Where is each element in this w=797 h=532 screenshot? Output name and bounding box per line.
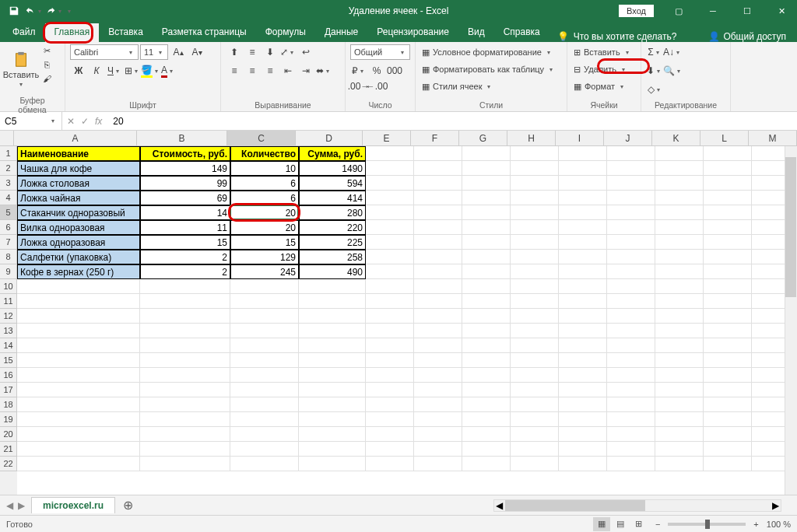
cell[interactable] — [511, 412, 559, 427]
cell[interactable] — [655, 353, 704, 368]
cell[interactable] — [462, 457, 511, 471]
row-header-20[interactable]: 20 — [0, 427, 17, 442]
cell[interactable] — [511, 161, 559, 176]
cell[interactable]: 10 — [230, 161, 299, 176]
close-icon[interactable]: ✕ — [766, 0, 797, 22]
cell[interactable] — [140, 368, 230, 383]
cell[interactable] — [607, 161, 655, 176]
fill-icon[interactable]: ⬇▾ — [646, 63, 663, 79]
cell[interactable] — [607, 457, 655, 471]
row-header-17[interactable]: 17 — [0, 383, 17, 397]
cell[interactable]: Стоимость, руб. — [140, 146, 230, 161]
cell[interactable] — [366, 161, 414, 176]
cell[interactable]: 258 — [299, 250, 366, 264]
cell[interactable] — [607, 235, 655, 250]
cell[interactable] — [559, 264, 607, 279]
cell[interactable] — [462, 397, 511, 412]
conditional-format-button[interactable]: ▦Условное форматирование▾ — [420, 44, 562, 60]
cell[interactable]: Салфетки (упаковка) — [17, 250, 140, 264]
percent-icon[interactable]: % — [368, 63, 385, 79]
row-header-9[interactable]: 9 — [0, 264, 17, 279]
zoom-level[interactable]: 100 % — [767, 520, 791, 529]
tell-me[interactable]: 💡 Что вы хотите сделать? — [549, 31, 701, 42]
cell[interactable] — [704, 161, 752, 176]
cell[interactable] — [17, 338, 140, 353]
align-bottom-icon[interactable]: ⬇ — [262, 44, 279, 60]
cell[interactable] — [462, 161, 511, 176]
maximize-icon[interactable]: ☐ — [732, 0, 763, 22]
cell[interactable] — [299, 457, 366, 471]
cell[interactable] — [559, 176, 607, 191]
cell[interactable] — [414, 427, 462, 442]
tab-insert[interactable]: Вставка — [99, 23, 153, 42]
tab-data[interactable]: Данные — [315, 23, 367, 42]
cell[interactable] — [511, 368, 559, 383]
cell[interactable] — [607, 338, 655, 353]
row-header-3[interactable]: 3 — [0, 176, 17, 191]
cut-icon[interactable]: ✂ — [40, 44, 53, 57]
cell[interactable] — [230, 427, 299, 442]
number-format-select[interactable]: Общий▾ — [350, 44, 410, 60]
cell[interactable] — [414, 383, 462, 397]
cell[interactable] — [559, 457, 607, 471]
cell[interactable] — [559, 250, 607, 264]
col-header-G[interactable]: G — [459, 131, 507, 145]
cell[interactable] — [462, 427, 511, 442]
cell[interactable]: Ложка столовая — [17, 176, 140, 191]
tab-formulas[interactable]: Формулы — [256, 23, 315, 42]
cell[interactable] — [366, 383, 414, 397]
cell[interactable] — [366, 205, 414, 220]
cell[interactable] — [414, 205, 462, 220]
cell[interactable]: 15 — [230, 235, 299, 250]
align-center-icon[interactable]: ≡ — [244, 63, 261, 79]
row-header-7[interactable]: 7 — [0, 235, 17, 250]
cell[interactable] — [607, 294, 655, 309]
cell[interactable] — [230, 442, 299, 457]
cell[interactable] — [299, 368, 366, 383]
cell[interactable] — [559, 309, 607, 324]
row-header-19[interactable]: 19 — [0, 412, 17, 427]
cell[interactable] — [366, 368, 414, 383]
cell[interactable] — [230, 368, 299, 383]
tab-layout[interactable]: Разметка страницы — [153, 23, 256, 42]
cell[interactable] — [655, 235, 704, 250]
cell[interactable] — [559, 161, 607, 176]
cell[interactable]: 220 — [299, 220, 366, 235]
border-button[interactable]: ⊞▾ — [124, 63, 141, 79]
cell[interactable] — [414, 146, 462, 161]
currency-icon[interactable]: ₽▾ — [350, 63, 367, 79]
enter-formula-icon[interactable]: ✓ — [81, 116, 89, 127]
col-header-K[interactable]: K — [652, 131, 700, 145]
col-header-I[interactable]: I — [556, 131, 604, 145]
cell[interactable] — [366, 427, 414, 442]
cell[interactable] — [704, 353, 752, 368]
cancel-formula-icon[interactable]: ✕ — [67, 116, 75, 127]
cell[interactable] — [655, 442, 704, 457]
cell[interactable] — [655, 220, 704, 235]
cell[interactable] — [704, 191, 752, 205]
cell[interactable] — [462, 294, 511, 309]
col-header-L[interactable]: L — [700, 131, 749, 145]
cell[interactable] — [230, 383, 299, 397]
col-header-B[interactable]: B — [137, 131, 227, 145]
cell[interactable] — [230, 324, 299, 338]
cell[interactable] — [462, 264, 511, 279]
cell[interactable] — [511, 220, 559, 235]
tab-view[interactable]: Вид — [458, 23, 494, 42]
cell[interactable] — [655, 324, 704, 338]
cell[interactable] — [704, 368, 752, 383]
cell[interactable] — [366, 279, 414, 294]
cell[interactable] — [462, 338, 511, 353]
cell[interactable] — [559, 220, 607, 235]
cell[interactable]: Сумма, руб. — [299, 146, 366, 161]
cell[interactable] — [511, 397, 559, 412]
cell[interactable] — [140, 412, 230, 427]
cell[interactable]: 245 — [230, 264, 299, 279]
cell[interactable] — [230, 279, 299, 294]
format-table-button[interactable]: ▦Форматировать как таблицу▾ — [420, 61, 562, 77]
cell[interactable] — [655, 397, 704, 412]
cell[interactable] — [607, 309, 655, 324]
cell[interactable]: 6 — [230, 176, 299, 191]
cell[interactable] — [299, 412, 366, 427]
cell[interactable] — [655, 279, 704, 294]
